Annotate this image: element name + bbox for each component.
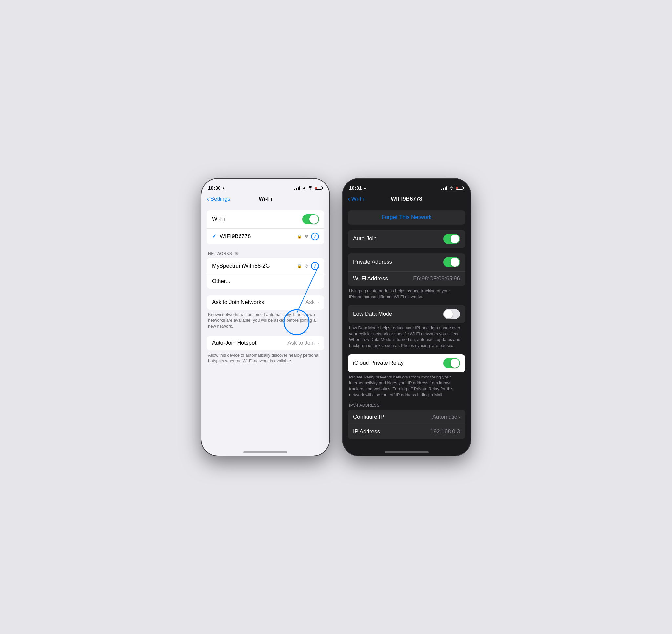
wifi-toggle-switch[interactable] [302,214,319,224]
battery-icon-2 [456,186,464,190]
status-bar-2: 10:31 ▲ [342,179,471,195]
connected-network-name: WIFI9B6778 [220,233,251,240]
icloud-relay-label: iCloud Private Relay [353,360,404,366]
ask-join-row[interactable]: Ask to Join Networks Ask › [207,295,324,310]
low-data-toggle[interactable] [443,309,460,319]
ask-join-value: Ask [306,299,315,306]
loading-spinner-icon: ✳ [235,251,239,256]
ipv4-header: IPV4 ADDRESS [342,403,471,410]
autojoin-section: Auto-Join [342,230,471,248]
ip-address-value: 192.168.0.3 [431,428,460,435]
signal-icon-2 [441,186,447,190]
private-address-section: Private Address Wi-Fi Address E6:98:CF:0… [342,253,471,300]
wifi-address-label: Wi-Fi Address [353,275,388,282]
wifi-address-description: Using a private address helps reduce tra… [342,286,471,300]
ask-join-description: Known networks will be joined automatica… [201,310,330,330]
time-2: 10:31 [349,185,362,191]
wifi-signal-icon-1 [308,185,313,191]
other-network-label: Other... [212,278,230,285]
location-icon-2: ▲ [363,186,366,190]
low-data-label: Low Data Mode [353,311,392,317]
wifi-icon-1: ▲ [302,185,306,190]
private-address-toggle[interactable] [443,257,460,267]
svg-point-0 [310,189,311,190]
configure-ip-value: Automatic [432,414,457,420]
networks-header-label: NETWORKS [208,251,232,256]
connected-network-icons: 🔒 i [297,233,319,240]
info-button-spectrum[interactable]: i [311,262,319,270]
nav-title-2: WIFI9B6778 [391,196,422,202]
back-button-2[interactable]: ‹ Wi-Fi [348,196,364,202]
autojoin-hotspot-chevron: › [317,340,319,346]
ask-join-label: Ask to Join Networks [212,299,264,306]
wifi-icon-spectrum [304,264,309,268]
ask-join-chevron: › [317,300,319,305]
autojoin-hotspot-label: Auto-Join Hotspot [212,340,256,346]
ask-join-card: Ask to Join Networks Ask › [207,295,324,310]
networks-card: MySpectrumWiFi88-2G 🔒 i [207,258,324,289]
location-icon-1: ▲ [222,186,225,190]
forget-button[interactable]: Forget This Network [382,214,432,221]
private-address-row[interactable]: Private Address [348,253,465,272]
low-data-card: Low Data Mode [348,305,465,323]
home-bar-2 [385,451,429,453]
autojoin-label: Auto-Join [353,236,377,242]
ipv4-section: IPV4 ADDRESS Configure IP Automatic › IP… [342,403,471,439]
lock-icon-connected: 🔒 [297,234,302,239]
phone-2: 10:31 ▲ [342,179,471,456]
svg-point-5 [451,189,452,190]
back-label-2: Wi-Fi [352,196,364,202]
autojoin-hotspot-card: Auto-Join Hotspot Ask to Join › [207,336,324,350]
nav-title-1: Wi-Fi [259,196,272,202]
network-name-spectrum: MySpectrumWiFi88-2G [212,263,270,269]
icloud-relay-card: iCloud Private Relay [348,354,465,372]
private-address-card: Private Address Wi-Fi Address E6:98:CF:0… [348,253,465,286]
autojoin-hotspot-row[interactable]: Auto-Join Hotspot Ask to Join › [207,336,324,350]
lock-icon-spectrum: 🔒 [297,264,302,268]
configure-ip-row[interactable]: Configure IP Automatic › [348,410,465,424]
wifi-toggle-label: Wi-Fi [212,216,225,222]
forget-section: Forget This Network [342,210,471,225]
back-arrow-icon-2: ‹ [348,195,350,202]
connected-network-row[interactable]: ✓ WIFI9B6778 🔒 i [207,228,324,244]
network-row-other[interactable]: Other... [207,274,324,289]
network-row-spectrum[interactable]: MySpectrumWiFi88-2G 🔒 i [207,258,324,274]
wifi-toggle-row[interactable]: Wi-Fi [207,210,324,228]
autojoin-row[interactable]: Auto-Join [348,230,465,248]
forget-row[interactable]: Forget This Network [348,210,465,225]
autojoin-hotspot-section: Auto-Join Hotspot Ask to Join › Allow th… [201,336,330,364]
battery-icon-1 [315,186,323,190]
wifi-address-value: E6:98:CF:09:65:96 [413,275,460,282]
wifi-icon-2 [449,186,454,190]
signal-icon-1 [294,186,300,190]
wifi-signal-icon-connected [304,235,309,239]
ip-address-label: IP Address [353,428,380,435]
back-arrow-icon-1: ‹ [207,195,209,202]
autojoin-toggle[interactable] [443,234,460,244]
nav-bar-2: ‹ Wi-Fi WIFI9B6778 [342,195,471,205]
wifi-toggle-card: Wi-Fi ✓ WIFI9B6778 🔒 [207,210,324,244]
configure-ip-chevron: › [458,414,460,419]
info-button-connected[interactable]: i [311,233,319,240]
time-1: 10:30 [208,185,220,191]
networks-section: NETWORKS ✳ MySpectrumWiFi88-2G 🔒 [201,251,330,289]
icloud-relay-row[interactable]: iCloud Private Relay [348,354,465,372]
icloud-relay-toggle[interactable] [443,358,460,368]
private-address-label: Private Address [353,259,392,265]
nav-bar-1: ‹ Settings Wi-Fi [201,195,330,205]
low-data-row[interactable]: Low Data Mode [348,305,465,323]
autojoin-hotspot-value: Ask to Join [287,340,315,346]
svg-point-1 [306,237,307,238]
svg-point-2 [306,267,307,268]
autojoin-card: Auto-Join [348,230,465,248]
configure-ip-label: Configure IP [353,414,384,420]
low-data-description: Low Data Mode helps reduce your iPhone d… [342,323,471,349]
low-data-section: Low Data Mode Low Data Mode helps reduce… [342,305,471,349]
checkmark-icon: ✓ [212,233,217,240]
network-details-content: Forget This Network Auto-Join [342,205,471,449]
spectrum-network-icons: 🔒 i [297,262,319,270]
wifi-toggle-section: Wi-Fi ✓ WIFI9B6778 🔒 [201,210,330,244]
wifi-address-row: Wi-Fi Address E6:98:CF:09:65:96 [348,272,465,286]
ip-address-row: IP Address 192.168.0.3 [348,424,465,439]
back-button-1[interactable]: ‹ Settings [207,196,230,202]
